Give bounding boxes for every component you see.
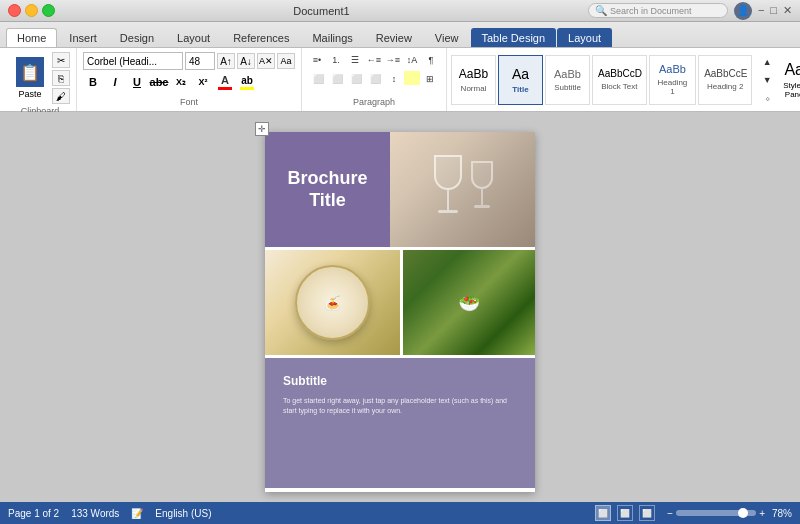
zoom-slider[interactable] xyxy=(676,510,756,516)
style-subtitle[interactable]: AaBb Subtitle xyxy=(545,55,590,105)
multilevel-list-button[interactable]: ☰ xyxy=(346,52,364,68)
cut-button[interactable]: ✂ xyxy=(52,52,70,68)
align-left[interactable]: ⬜ xyxy=(309,71,327,87)
copy-button[interactable]: ⎘ xyxy=(52,70,70,86)
font-format-row: B I U abc X₂ X² A ab xyxy=(83,73,257,91)
x-icon[interactable]: ✕ xyxy=(783,4,792,17)
underline-button[interactable]: U xyxy=(127,73,147,91)
subscript-button[interactable]: X₂ xyxy=(171,73,191,91)
paragraph-row1: ≡• 1. ☰ ←≡ →≡ ↕A ¶ xyxy=(308,52,440,68)
styles-scroll-up[interactable]: ▲ xyxy=(758,54,776,70)
strikethrough-button[interactable]: abc xyxy=(149,73,169,91)
brochure-subtitle: Subtitle xyxy=(283,374,517,388)
style-items: AaBb Normal Aa Title AaBb Subtitle AaBbC… xyxy=(451,55,752,105)
salad-photo: 🥗 xyxy=(403,250,535,355)
justify[interactable]: ⬜ xyxy=(366,71,384,87)
style-block-text[interactable]: AaBbCcD Block Text xyxy=(592,55,647,105)
salad-bg: 🥗 xyxy=(403,250,535,355)
main-area: ✛ BrochureTitle xyxy=(0,112,800,502)
sort-button[interactable]: ↕A xyxy=(403,52,421,68)
user-avatar[interactable]: 👤 xyxy=(734,2,752,20)
style-subtitle-preview: AaBb xyxy=(551,68,584,80)
tab-view[interactable]: View xyxy=(424,28,470,47)
tab-insert[interactable]: Insert xyxy=(58,28,108,47)
tab-mailings[interactable]: Mailings xyxy=(301,28,363,47)
styles-more[interactable]: ⬦ xyxy=(758,90,776,106)
superscript-button[interactable]: X² xyxy=(193,73,213,91)
brochure-body-text: To get started right away, just tap any … xyxy=(283,396,517,416)
tab-layout2[interactable]: Layout xyxy=(557,28,612,47)
maximize-button[interactable] xyxy=(42,4,55,17)
wine-glass-scene xyxy=(390,132,535,247)
paragraph-label: Paragraph xyxy=(353,97,395,107)
borders-button[interactable]: ⊞ xyxy=(421,71,439,87)
highlight-color-button[interactable]: ab xyxy=(237,73,257,91)
style-normal[interactable]: AaBb Normal xyxy=(451,55,496,105)
window-controls-right[interactable]: − □ ✕ xyxy=(758,4,792,17)
clipboard-content: 📋 Paste ✂ ⎘ 🖌 xyxy=(10,52,70,104)
document[interactable]: ✛ BrochureTitle xyxy=(265,132,535,492)
tab-references[interactable]: References xyxy=(222,28,300,47)
show-formatting[interactable]: ¶ xyxy=(422,52,440,68)
window-controls[interactable] xyxy=(8,4,55,17)
web-layout-button[interactable]: ⬜ xyxy=(617,505,633,521)
font-size-decrease[interactable]: A↓ xyxy=(237,53,255,69)
document-bottom-section[interactable]: Subtitle To get started right away, just… xyxy=(265,358,535,488)
style-h1-preview: AaBb xyxy=(655,63,690,75)
word-count: 133 Words xyxy=(71,508,119,519)
window-title: Document1 xyxy=(55,5,588,17)
tab-layout[interactable]: Layout xyxy=(166,28,221,47)
paragraph-controls: ≡• 1. ☰ ←≡ →≡ ↕A ¶ ⬜ ⬜ ⬜ ⬜ ↕ ⊞ xyxy=(308,52,440,95)
minus-icon[interactable]: − xyxy=(758,4,764,17)
tab-design[interactable]: Design xyxy=(109,28,165,47)
numbering-button[interactable]: 1. xyxy=(327,52,345,68)
style-h2-label: Heading 2 xyxy=(704,82,746,91)
proofing-icon[interactable]: 📝 xyxy=(131,508,143,519)
styles-scroll-down[interactable]: ▼ xyxy=(758,72,776,88)
style-title-label: Title xyxy=(504,85,537,94)
zoom-level[interactable]: 78% xyxy=(772,508,792,519)
decrease-indent[interactable]: ←≡ xyxy=(365,52,383,68)
search-box[interactable]: 🔍 Search in Document xyxy=(588,3,728,18)
style-heading1[interactable]: AaBb Heading 1 xyxy=(649,55,696,105)
italic-button[interactable]: I xyxy=(105,73,125,91)
style-heading2[interactable]: AaBbCcE Heading 2 xyxy=(698,55,752,105)
close-button[interactable] xyxy=(8,4,21,17)
page-info: Page 1 of 2 xyxy=(8,508,59,519)
font-size-increase[interactable]: A↑ xyxy=(217,53,235,69)
increase-indent[interactable]: →≡ xyxy=(384,52,402,68)
styles-pane-button[interactable]: Aa StylesPane xyxy=(779,57,800,103)
pasta-plate: 🍝 xyxy=(295,265,370,340)
font-group: A↑ A↓ A✕ Aa B I U abc X₂ X² A xyxy=(77,48,302,111)
minimize-button[interactable] xyxy=(25,4,38,17)
language[interactable]: English (US) xyxy=(155,508,211,519)
tab-table-design[interactable]: Table Design xyxy=(471,28,557,47)
print-layout-button[interactable]: ⬜ xyxy=(595,505,611,521)
zoom-in-button[interactable]: + xyxy=(759,508,765,519)
format-painter-button[interactable]: 🖌 xyxy=(52,88,70,104)
font-size-input[interactable] xyxy=(185,52,215,70)
font-name-input[interactable] xyxy=(83,52,183,70)
paste-label: Paste xyxy=(18,89,41,99)
read-mode-button[interactable]: ⬜ xyxy=(639,505,655,521)
style-block-preview: AaBbCcD xyxy=(598,68,641,79)
brochure-title-box[interactable]: BrochureTitle xyxy=(265,132,390,247)
paragraph-group: ≡• 1. ☰ ←≡ →≡ ↕A ¶ ⬜ ⬜ ⬜ ⬜ ↕ ⊞ Paragraph xyxy=(302,48,447,111)
clear-formatting[interactable]: A✕ xyxy=(257,53,275,69)
tab-home[interactable]: Home xyxy=(6,28,57,47)
restore-icon[interactable]: □ xyxy=(770,4,777,17)
change-case[interactable]: Aa xyxy=(277,53,295,69)
tab-review[interactable]: Review xyxy=(365,28,423,47)
bullets-button[interactable]: ≡• xyxy=(308,52,326,68)
font-color-button[interactable]: A xyxy=(215,73,235,91)
zoom-out-button[interactable]: − xyxy=(667,508,673,519)
paste-button[interactable]: 📋 Paste xyxy=(10,55,50,101)
bold-button[interactable]: B xyxy=(83,73,103,91)
document-position-button[interactable]: ✛ xyxy=(255,122,269,136)
style-title[interactable]: Aa Title xyxy=(498,55,543,105)
align-right[interactable]: ⬜ xyxy=(347,71,365,87)
shading-button[interactable] xyxy=(404,71,420,85)
line-spacing[interactable]: ↕ xyxy=(385,71,403,87)
style-h2-preview: AaBbCcE xyxy=(704,68,746,79)
align-center[interactable]: ⬜ xyxy=(328,71,346,87)
